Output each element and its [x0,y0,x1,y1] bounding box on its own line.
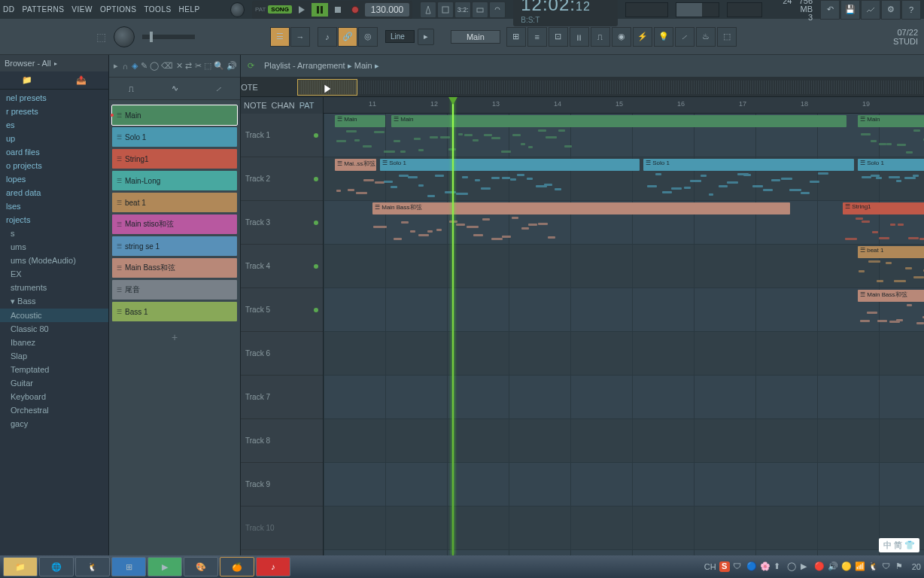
menu-tools[interactable]: TOOLS [144,5,171,14]
tb-icon-2[interactable]: ≡ [527,27,547,47]
pl-play-icon[interactable]: 🔊 [226,59,237,73]
tray-i11[interactable]: 🐧 [868,561,879,572]
ptab-audio-icon[interactable]: ⎍ [122,81,140,96]
pl-slice-icon[interactable]: ✂ [194,59,202,73]
browser-item-17[interactable]: Classic 80 [0,322,108,336]
track-header-2[interactable]: Track 3 [241,201,323,245]
track-row-4[interactable]: ☰ Main Bass和弦 [324,288,924,332]
ime-badge[interactable]: 中 简 👕 [879,538,919,552]
tray-i3[interactable]: 🌸 [760,561,771,572]
browser-item-9[interactable]: rojects [0,213,108,227]
clip-5[interactable]: ☰ Solo 1 [643,159,854,171]
browser-item-3[interactable]: up [0,132,108,145]
track-row-0[interactable]: ☰ Main☰ Main☰ Main [324,114,924,157]
tray-i12[interactable]: 🛡 [882,561,892,572]
arrangement-select[interactable]: Main [451,30,500,44]
pattern-7[interactable]: Main Bass和弦 [112,258,237,278]
track-row-3[interactable]: ☰ beat 1 [324,245,924,288]
pl-brush-icon[interactable]: ✎ [141,59,148,73]
live-icon[interactable]: ◎ [358,27,378,47]
pattern-8[interactable]: 尾音 [112,280,237,300]
browser-item-2[interactable]: es [0,118,108,132]
track-row-8[interactable] [324,463,924,507]
pl-slip-icon[interactable]: ⇄ [185,59,193,73]
track-header-10[interactable]: Track 11 [241,550,323,555]
browser-item-7[interactable]: ared data [0,186,108,199]
view-playlist-icon[interactable]: ☰ [270,27,290,47]
minimap[interactable]: NOTE [241,78,924,97]
track-header-5[interactable]: Track 6 [241,332,323,376]
play-button[interactable] [294,2,309,17]
collapse-icon[interactable]: ⬚ [96,31,106,43]
track-header-6[interactable]: Track 7 [241,376,323,419]
browser-item-19[interactable]: Slap [0,349,108,363]
clip-2[interactable]: ☰ Main [858,115,924,127]
clip-3[interactable]: ☰ Mai..ss和弦 [335,159,376,171]
loop-rec-icon[interactable] [489,2,506,18]
th-chan[interactable]: CHAN [272,101,295,110]
link-icon[interactable]: 🔗 [338,27,357,47]
menu-help[interactable]: HELP [179,5,200,14]
tray-i6[interactable]: ▶ [801,561,811,572]
clip-0[interactable]: ☰ Main [335,115,385,127]
pattern-2[interactable]: String1 [112,149,237,169]
pattern-4[interactable]: beat 1 [112,193,237,212]
clip-9[interactable]: ☰ beat 1 [858,246,924,258]
track-header-7[interactable]: Track 8 [241,419,323,463]
overdub-icon[interactable] [472,2,488,18]
browser-item-0[interactable]: nel presets [0,91,108,105]
tb-icon-11[interactable]: ⬚ [717,27,737,47]
help-icon[interactable]: ? [901,0,921,20]
wait-icon[interactable] [437,2,454,18]
browser-item-10[interactable]: s [0,227,108,240]
track-row-2[interactable]: ☰ Main Bass和弦☰ String1 [324,201,924,245]
browser-item-4[interactable]: oard files [0,145,108,159]
pl-zoom-icon[interactable]: 🔍 [214,59,224,73]
menu-patterns[interactable]: PATTERNS [22,5,64,14]
tray-sogou-icon[interactable]: S [719,561,730,572]
add-pattern-button[interactable]: + [109,327,240,348]
task-app2[interactable]: ▶ [147,557,182,576]
task-netease[interactable]: ♪ [256,557,290,576]
volume-knob[interactable] [114,26,135,47]
browser-item-18[interactable]: Ibanez [0,336,108,349]
tray-i1[interactable]: 🛡 [733,561,743,572]
browser-item-5[interactable]: o projects [0,159,108,172]
th-note[interactable]: NOTE [244,101,267,110]
track-led-icon[interactable] [314,133,318,138]
pattern-1[interactable]: Solo 1 [112,127,237,147]
track-header-0[interactable]: Track 1 [241,114,323,157]
track-header-8[interactable]: Track 9 [241,463,323,507]
pl-mute-icon[interactable]: ✕ [175,59,183,73]
task-chrome[interactable]: 🌐 [39,557,74,576]
pl-back-icon[interactable]: ▸ [112,59,120,73]
ptab-pattern-icon[interactable]: ⟋ [209,81,227,96]
track-header-4[interactable]: Track 5 [241,288,323,332]
menu-add[interactable]: DD [3,5,14,14]
browser-item-20[interactable]: Temptated [0,363,108,376]
tray-i7[interactable]: 🔴 [814,561,825,572]
track-led-icon[interactable] [314,177,318,181]
tb-icon-10[interactable]: ♨ [696,27,716,47]
task-flstudio[interactable]: 🍊 [220,557,254,576]
browser-item-14[interactable]: struments [0,281,108,294]
tb-icon-5[interactable]: ⎍ [591,27,610,47]
hint-knob[interactable] [230,2,245,17]
browser-item-21[interactable]: Guitar [0,376,108,390]
pattern-3[interactable]: Main-Long [112,171,237,190]
browser-item-24[interactable]: gacy [0,417,108,430]
track-header-3[interactable]: Track 4 [241,245,323,288]
task-explorer[interactable]: 📁 [3,557,38,576]
settings-icon[interactable]: ⚙ [881,0,901,20]
time-ruler[interactable]: 11121314151617181920 [324,97,924,114]
song-mode-toggle[interactable]: SONG [268,5,292,14]
ptab-auto-icon[interactable]: ∿ [166,81,184,96]
browser-tab-send[interactable]: 📤 [54,71,108,89]
clip-7[interactable]: ☰ Main Bass和弦 [372,202,790,214]
pattern-6[interactable]: string se 1 [112,236,237,256]
tempo-display[interactable]: 130.000 [365,3,409,17]
record-button[interactable] [348,2,363,17]
metronome-icon[interactable] [420,2,436,18]
browser-item-15[interactable]: ▾ Bass [0,294,108,309]
browser-tab-folders[interactable]: 📁 [0,71,54,89]
